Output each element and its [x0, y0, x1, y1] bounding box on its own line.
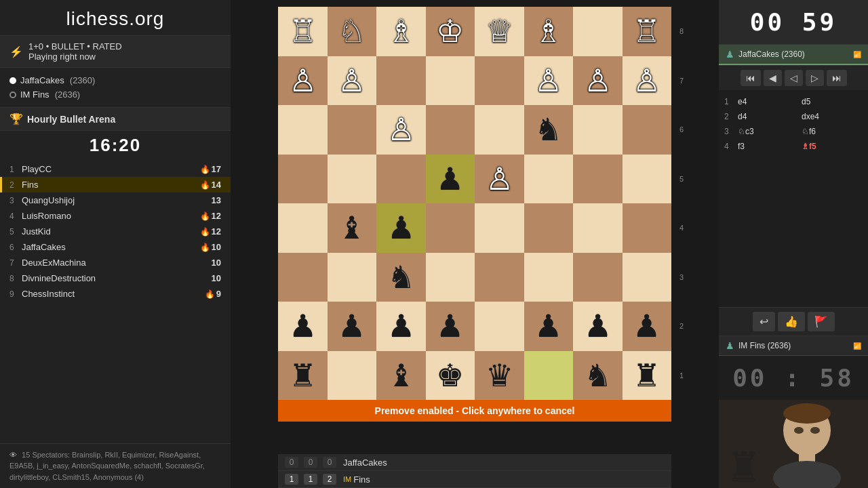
board-cell[interactable] [328, 351, 377, 401]
board-cell[interactable] [573, 155, 623, 204]
move-white[interactable]: f3 [735, 141, 799, 152]
leaderboard-row[interactable]: 3 QuangUshijoj 13 [0, 192, 231, 208]
leaderboard-row[interactable]: 9 ChessInstinct 🔥 9 [0, 286, 231, 302]
board-cell[interactable]: ♖ [278, 7, 328, 56]
board-cell[interactable]: ♖ [623, 7, 672, 56]
board-cell[interactable] [573, 105, 623, 155]
board-cell[interactable]: ♟ [573, 302, 623, 351]
board-cell[interactable]: ♝ [376, 351, 426, 401]
board-cell[interactable] [376, 56, 426, 106]
board-cell[interactable] [573, 7, 623, 56]
board-cell[interactable]: ♞ [376, 253, 426, 302]
board-cell[interactable] [328, 105, 377, 155]
board-cell[interactable] [475, 302, 524, 351]
board-cell[interactable] [573, 203, 623, 253]
board-cell[interactable] [623, 155, 672, 204]
board-cell[interactable]: ♚ [426, 351, 475, 401]
board-cell[interactable]: ♝ [328, 203, 377, 253]
board-cell[interactable] [328, 155, 377, 204]
board-cell[interactable] [475, 56, 524, 106]
board-cell[interactable]: ♙ [623, 56, 672, 106]
board-cell[interactable]: ♕ [475, 7, 524, 56]
board-cell[interactable] [524, 203, 574, 253]
premove-bar[interactable]: Premove enabled - Click anywhere to canc… [278, 400, 671, 422]
board-cell[interactable] [426, 203, 475, 253]
board-cell[interactable] [278, 105, 328, 155]
board-cell[interactable]: ♟ [376, 203, 426, 253]
board-cell[interactable]: ♙ [328, 56, 377, 106]
black-piece: ♜ [289, 360, 317, 391]
board-cell[interactable]: ♟ [328, 302, 377, 351]
board-cell[interactable] [524, 155, 574, 204]
black-piece: ♜ [633, 360, 660, 391]
move-prev-button[interactable]: ◀ [764, 70, 782, 86]
board-cell[interactable]: ♜ [623, 351, 672, 401]
board-cell[interactable] [475, 203, 524, 253]
like-button[interactable]: 👍 [778, 312, 805, 331]
leaderboard-row[interactable]: 4 LuisRomano 🔥 12 [0, 208, 231, 224]
bullet-icon: ⚡ [9, 45, 23, 58]
board-cell[interactable] [328, 253, 377, 302]
board-cell[interactable]: ♛ [475, 351, 524, 401]
leaderboard-row[interactable]: 2 Fins 🔥 14 [0, 177, 231, 192]
board-cell[interactable]: ♟ [376, 302, 426, 351]
board-cell[interactable]: ♟ [278, 302, 328, 351]
move-white[interactable]: e4 [735, 96, 799, 107]
board-cell[interactable]: ♞ [573, 351, 623, 401]
lb-name: DeuxExMachina [22, 258, 199, 268]
board-cell[interactable] [573, 253, 623, 302]
board-cell[interactable]: ♟ [524, 302, 574, 351]
board-cell[interactable] [278, 155, 328, 204]
board-cell[interactable]: ♔ [426, 7, 475, 56]
board-cell[interactable] [623, 253, 672, 302]
tournament-header: 🏆 Hourly Bullet Arena [0, 108, 231, 131]
move-white[interactable]: ♘c3 [735, 126, 799, 137]
move-white[interactable]: d4 [735, 111, 799, 122]
board-cell[interactable]: ♞ [524, 105, 574, 155]
board-cell[interactable]: ♙ [524, 56, 574, 106]
board-cell[interactable]: ♙ [376, 105, 426, 155]
board-cell[interactable] [623, 105, 672, 155]
board-cell[interactable] [475, 253, 524, 302]
leaderboard-row[interactable]: 7 DeuxExMachina 10 [0, 255, 231, 270]
board-cell[interactable] [426, 253, 475, 302]
board-cell[interactable]: ♗ [524, 7, 574, 56]
leaderboard-row[interactable]: 5 JustKid 🔥 12 [0, 224, 231, 239]
board-cell[interactable]: ♙ [278, 56, 328, 106]
board-cell[interactable] [376, 155, 426, 204]
black-piece: ♟ [387, 310, 415, 342]
board-cell[interactable] [475, 105, 524, 155]
move-black[interactable]: ♗f5 [799, 141, 863, 152]
board-cell[interactable] [278, 253, 328, 302]
board-cell[interactable]: ♙ [573, 56, 623, 106]
undo-button[interactable]: ↩ [753, 312, 775, 331]
move-black[interactable]: ♘f6 [799, 126, 863, 137]
board-cell[interactable] [278, 203, 328, 253]
move-black[interactable]: d5 [799, 96, 863, 107]
board-cell[interactable]: ♟ [426, 155, 475, 204]
board-cell[interactable]: ♘ [328, 7, 377, 56]
board-cell[interactable] [426, 56, 475, 106]
leaderboard-row[interactable]: 6 JaffaCakes 🔥 10 [0, 239, 231, 255]
board-cell[interactable] [623, 203, 672, 253]
black-piece: ♟ [387, 212, 415, 243]
move-prev2-button[interactable]: ◁ [785, 70, 803, 86]
board-cell[interactable]: ♙ [475, 155, 524, 204]
white-piece: ♖ [633, 16, 660, 47]
leaderboard-row[interactable]: 8 DivnineDestruction 10 [0, 270, 231, 286]
board-cell[interactable] [524, 351, 574, 401]
move-black[interactable]: dxe4 [799, 111, 863, 122]
chess-board[interactable]: ♖♘♗♔♕♗♖♙♙♙♙♙♙♞♟♙♝♟♞♟♟♟♟♟♟♟♜♝♚♛♞♜ [278, 7, 671, 400]
board-cell[interactable] [524, 253, 574, 302]
board-cell[interactable]: ♜ [278, 351, 328, 401]
leaderboard-row[interactable]: 1 PlayCC 🔥 17 [0, 161, 231, 177]
tournament-timer: 16:20 [0, 131, 231, 159]
board-cell[interactable]: ♟ [623, 302, 672, 351]
board-cell[interactable]: ♗ [376, 7, 426, 56]
flag-button[interactable]: 🚩 [808, 312, 835, 331]
move-last-button[interactable]: ⏭ [827, 70, 847, 86]
move-next-button[interactable]: ▷ [806, 70, 824, 86]
move-first-button[interactable]: ⏮ [741, 70, 761, 86]
board-cell[interactable] [426, 105, 475, 155]
board-cell[interactable]: ♟ [426, 302, 475, 351]
